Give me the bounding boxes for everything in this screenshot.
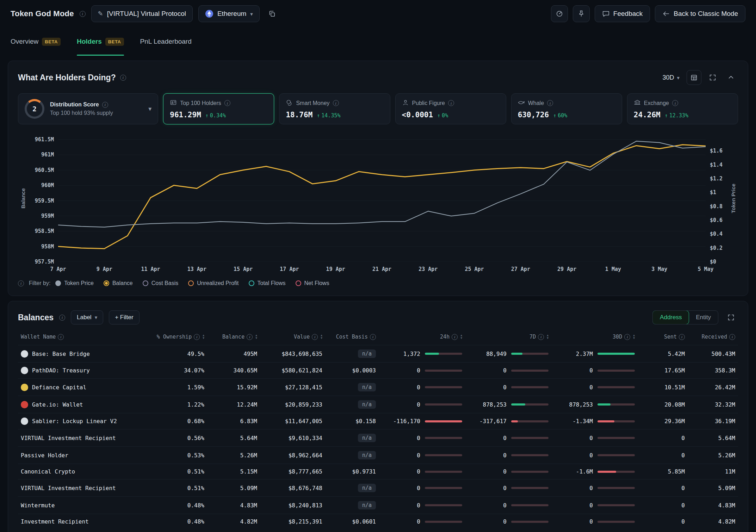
ownership-cell: 1.22% xyxy=(146,401,204,408)
stat-tile[interactable]: Top 100 Holders 961.29M 0.34% xyxy=(163,93,274,124)
table-row[interactable]: Wintermute 0.48% 4.83M $8,240,813 n/a 0 … xyxy=(18,496,738,514)
pin-button[interactable] xyxy=(573,5,590,22)
back-to-classic-label: Back to Classic Mode xyxy=(674,10,738,18)
flow-30d-cell: 878,253 xyxy=(549,401,635,408)
stat-tile[interactable]: Public Figure <0.0001 0% xyxy=(395,93,506,124)
tab[interactable]: Overview BETA xyxy=(11,27,61,56)
stat-tile[interactable]: Exchange 24.26M 12.33% xyxy=(627,93,738,124)
sent-cell: 0 xyxy=(635,435,685,441)
balance-cell: 6.83M xyxy=(204,418,257,425)
column-header[interactable]: 7D xyxy=(462,334,549,340)
wallet-name: Sablier: Lockup Linear V2 xyxy=(32,418,117,425)
table-row[interactable]: Canonical Crypto 0.51% 5.15M $8,777,665 … xyxy=(18,464,738,479)
column-header[interactable]: 30D xyxy=(549,334,635,340)
info-icon[interactable] xyxy=(80,11,86,17)
table-row[interactable]: Passive Holder 0.53% 5.26M $8,962,664 n/… xyxy=(18,446,738,464)
radio-icon xyxy=(188,280,194,286)
fullscreen-button[interactable] xyxy=(724,310,738,324)
filter-option[interactable]: Token Price xyxy=(55,280,94,286)
column-header[interactable]: Received xyxy=(685,334,735,340)
info-icon xyxy=(194,334,200,340)
up-arrow-icon xyxy=(665,112,668,119)
balance-cell: 5.15M xyxy=(204,468,257,475)
person-icon xyxy=(402,99,409,107)
wallet-name: VIRTUAL Investment Recipient xyxy=(21,435,116,441)
feedback-button[interactable]: Feedback xyxy=(595,5,650,22)
broadcast-button[interactable] xyxy=(551,5,568,22)
table-row[interactable]: Sablier: Lockup Linear V2 0.68% 6.83M $1… xyxy=(18,413,738,429)
radio-icon xyxy=(296,280,301,286)
axis-tick: 959M xyxy=(41,213,54,219)
column-header[interactable]: % Ownership xyxy=(146,334,204,340)
balance-cell: 4.82M xyxy=(204,518,257,525)
column-header[interactable]: 24h xyxy=(376,334,462,340)
table-row[interactable]: Base: Base Bridge 49.5% 495M $843,698,63… xyxy=(18,345,738,362)
chart-plot[interactable] xyxy=(58,135,706,262)
range-dropdown[interactable]: 30D xyxy=(659,72,682,83)
distribution-score-tile[interactable]: 2 Distribution Score Top 100 hold 93% su… xyxy=(18,93,158,124)
table-row[interactable]: Gate.io: Wallet 1.22% 12.24M $20,859,233… xyxy=(18,396,738,413)
toggle-address[interactable]: Address xyxy=(652,310,689,324)
pin-icon xyxy=(577,10,585,18)
tab[interactable]: PnL Leaderboard xyxy=(140,27,192,56)
column-header[interactable]: Balance xyxy=(204,334,257,340)
info-icon xyxy=(538,334,544,340)
toggle-entity[interactable]: Entity xyxy=(689,311,718,324)
filter-option[interactable]: Net Flows xyxy=(296,280,329,286)
expand-icon xyxy=(709,74,717,81)
stat-tile[interactable]: Whale 630,726 60% xyxy=(511,93,622,124)
filter-option[interactable]: Total Flows xyxy=(249,280,286,286)
table-view-button[interactable] xyxy=(687,70,701,85)
filter-option[interactable]: Cost Basis xyxy=(143,280,178,286)
stat-tile[interactable]: Smart Money 18.76M 14.35% xyxy=(279,93,390,124)
chevron-down-icon xyxy=(250,10,253,18)
axis-tick: 960M xyxy=(41,182,54,188)
table-row[interactable]: VIRTUAL Investment Recipient 0.56% 5.64M… xyxy=(18,429,738,446)
flow-7d-cell: 0 xyxy=(462,518,549,525)
chain-selector[interactable]: Ethereum xyxy=(198,5,260,22)
label-dropdown[interactable]: Label xyxy=(71,310,103,324)
stat-change-wrap: 14.35% xyxy=(317,112,340,119)
filter-option[interactable]: Unrealized Profit xyxy=(188,280,238,286)
top-bar: Token God Mode [VIRTUAL] Virtual Protoco… xyxy=(0,0,756,27)
filter-option[interactable]: Balance xyxy=(104,280,133,286)
info-icon[interactable] xyxy=(59,315,65,321)
token-selector[interactable]: [VIRTUAL] Virtual Protocol xyxy=(91,5,193,22)
sent-cell: 0 xyxy=(635,502,685,509)
back-to-classic-button[interactable]: Back to Classic Mode xyxy=(655,5,745,22)
column-header[interactable]: Value xyxy=(257,334,322,340)
table-row[interactable]: VIRTUAL Investment Recipient 0.51% 5.09M… xyxy=(18,479,738,496)
balances-card: Balances Label + Filter Address Entity W… xyxy=(8,301,748,532)
flow-bar xyxy=(597,386,635,388)
column-header[interactable]: Wallet Name xyxy=(21,334,146,340)
wallet-name: Passive Holder xyxy=(21,452,68,459)
cost-basis-cell: n/a xyxy=(322,434,376,442)
value-cell: $11,647,005 xyxy=(257,418,322,425)
fullscreen-button[interactable] xyxy=(706,70,720,85)
balance-cell: 4.83M xyxy=(204,502,257,509)
x-axis-tick: 3 May xyxy=(651,266,667,272)
tab[interactable]: Holders BETA xyxy=(77,27,124,56)
info-icon[interactable] xyxy=(120,75,126,81)
add-filter-button[interactable]: + Filter xyxy=(109,310,139,324)
flow-bar xyxy=(597,437,635,439)
flow-7d-cell: 878,253 xyxy=(462,401,549,408)
table-row[interactable]: Investment Recipient 0.48% 4.82M $8,215,… xyxy=(18,514,738,529)
up-arrow-icon xyxy=(317,112,320,119)
ethereum-icon xyxy=(205,10,213,18)
copy-button[interactable] xyxy=(265,7,279,20)
value-cell: $580,621,824 xyxy=(257,367,322,374)
info-icon xyxy=(729,334,735,340)
table-row[interactable]: PathDAO: Treasury 34.07% 340.65M $580,62… xyxy=(18,362,738,378)
collapse-button[interactable] xyxy=(724,70,738,85)
ownership-cell: 0.56% xyxy=(146,435,204,441)
column-header[interactable]: Sent xyxy=(635,334,685,340)
column-header[interactable]: Cost Basis xyxy=(322,334,376,340)
x-axis-tick: 17 Apr xyxy=(280,266,299,272)
table-row[interactable]: Defiance Capital 1.59% 15.92M $27,128,41… xyxy=(18,378,738,396)
flow-bar xyxy=(597,353,635,355)
chevron-down-icon xyxy=(95,314,98,321)
info-icon xyxy=(333,100,339,106)
flow-24h-cell: 0 xyxy=(376,485,462,491)
flow-24h-cell: 0 xyxy=(376,452,462,459)
